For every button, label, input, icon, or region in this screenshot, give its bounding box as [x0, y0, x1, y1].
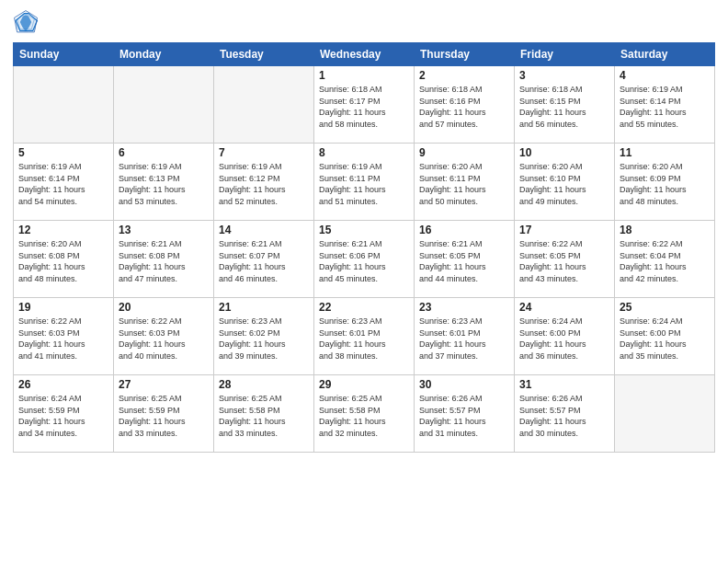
day-number: 21 [219, 301, 309, 314]
calendar-cell: 26Sunrise: 6:24 AM Sunset: 5:59 PM Dayli… [14, 375, 114, 453]
calendar-cell: 20Sunrise: 6:22 AM Sunset: 6:03 PM Dayli… [114, 298, 214, 375]
weekday-header-friday: Friday [515, 43, 615, 66]
calendar-cell: 31Sunrise: 6:26 AM Sunset: 5:57 PM Dayli… [515, 375, 615, 453]
day-number: 30 [419, 378, 509, 391]
day-info: Sunrise: 6:26 AM Sunset: 5:57 PM Dayligh… [519, 393, 609, 439]
calendar-cell: 23Sunrise: 6:23 AM Sunset: 6:01 PM Dayli… [415, 298, 515, 375]
calendar-cell: 22Sunrise: 6:23 AM Sunset: 6:01 PM Dayli… [314, 298, 415, 375]
calendar-cell: 21Sunrise: 6:23 AM Sunset: 6:02 PM Dayli… [214, 298, 314, 375]
day-info: Sunrise: 6:26 AM Sunset: 5:57 PM Dayligh… [419, 393, 509, 439]
day-info: Sunrise: 6:19 AM Sunset: 6:14 PM Dayligh… [18, 161, 108, 207]
day-info: Sunrise: 6:23 AM Sunset: 6:01 PM Dayligh… [419, 316, 509, 362]
calendar-cell: 7Sunrise: 6:19 AM Sunset: 6:12 PM Daylig… [214, 144, 314, 221]
day-number: 23 [419, 301, 509, 314]
calendar-cell [615, 375, 715, 453]
day-info: Sunrise: 6:24 AM Sunset: 6:00 PM Dayligh… [519, 316, 609, 362]
calendar-cell: 4Sunrise: 6:19 AM Sunset: 6:14 PM Daylig… [615, 66, 715, 144]
day-number: 26 [18, 378, 108, 391]
day-number: 1 [319, 69, 409, 82]
day-number: 11 [620, 146, 710, 159]
weekday-header-thursday: Thursday [415, 43, 515, 66]
calendar-cell: 19Sunrise: 6:22 AM Sunset: 6:03 PM Dayli… [14, 298, 114, 375]
day-number: 28 [219, 378, 309, 391]
calendar-table: SundayMondayTuesdayWednesdayThursdayFrid… [13, 42, 715, 453]
week-row-2: 5Sunrise: 6:19 AM Sunset: 6:14 PM Daylig… [14, 144, 715, 221]
day-info: Sunrise: 6:22 AM Sunset: 6:03 PM Dayligh… [119, 316, 209, 362]
day-info: Sunrise: 6:25 AM Sunset: 5:58 PM Dayligh… [219, 393, 309, 439]
day-number: 22 [319, 301, 409, 314]
weekday-header-monday: Monday [114, 43, 214, 66]
day-number: 2 [419, 69, 509, 82]
day-info: Sunrise: 6:24 AM Sunset: 6:00 PM Dayligh… [620, 316, 710, 362]
calendar-cell: 17Sunrise: 6:22 AM Sunset: 6:05 PM Dayli… [515, 221, 615, 298]
day-number: 15 [319, 224, 409, 236]
day-info: Sunrise: 6:23 AM Sunset: 6:01 PM Dayligh… [319, 316, 409, 362]
day-number: 4 [620, 69, 710, 82]
week-row-3: 12Sunrise: 6:20 AM Sunset: 6:08 PM Dayli… [14, 221, 715, 298]
calendar-cell: 6Sunrise: 6:19 AM Sunset: 6:13 PM Daylig… [114, 144, 214, 221]
day-number: 10 [519, 146, 609, 159]
logo-icon [13, 9, 39, 35]
day-number: 16 [419, 224, 509, 236]
day-info: Sunrise: 6:22 AM Sunset: 6:03 PM Dayligh… [18, 316, 108, 362]
day-number: 18 [620, 224, 710, 236]
day-info: Sunrise: 6:22 AM Sunset: 6:04 PM Dayligh… [620, 238, 710, 284]
day-info: Sunrise: 6:18 AM Sunset: 6:17 PM Dayligh… [319, 84, 409, 130]
page: SundayMondayTuesdayWednesdayThursdayFrid… [0, 0, 728, 563]
day-number: 5 [18, 146, 108, 159]
weekday-header-row: SundayMondayTuesdayWednesdayThursdayFrid… [14, 43, 715, 66]
header [13, 9, 715, 35]
day-number: 19 [18, 301, 108, 314]
calendar-cell: 16Sunrise: 6:21 AM Sunset: 6:05 PM Dayli… [415, 221, 515, 298]
calendar-cell: 15Sunrise: 6:21 AM Sunset: 6:06 PM Dayli… [314, 221, 415, 298]
calendar-cell: 18Sunrise: 6:22 AM Sunset: 6:04 PM Dayli… [615, 221, 715, 298]
calendar-cell: 3Sunrise: 6:18 AM Sunset: 6:15 PM Daylig… [515, 66, 615, 144]
day-info: Sunrise: 6:18 AM Sunset: 6:15 PM Dayligh… [519, 84, 609, 130]
calendar-cell: 8Sunrise: 6:19 AM Sunset: 6:11 PM Daylig… [314, 144, 415, 221]
weekday-header-wednesday: Wednesday [314, 43, 415, 66]
weekday-header-saturday: Saturday [615, 43, 715, 66]
calendar-cell [14, 66, 114, 144]
day-number: 31 [519, 378, 609, 391]
calendar-cell: 5Sunrise: 6:19 AM Sunset: 6:14 PM Daylig… [14, 144, 114, 221]
calendar-cell [214, 66, 314, 144]
weekday-header-tuesday: Tuesday [214, 43, 314, 66]
calendar-cell [114, 66, 214, 144]
calendar-cell: 28Sunrise: 6:25 AM Sunset: 5:58 PM Dayli… [214, 375, 314, 453]
day-number: 13 [119, 224, 209, 236]
day-info: Sunrise: 6:25 AM Sunset: 5:58 PM Dayligh… [319, 393, 409, 439]
calendar-cell: 24Sunrise: 6:24 AM Sunset: 6:00 PM Dayli… [515, 298, 615, 375]
day-number: 14 [219, 224, 309, 236]
week-row-4: 19Sunrise: 6:22 AM Sunset: 6:03 PM Dayli… [14, 298, 715, 375]
day-info: Sunrise: 6:21 AM Sunset: 6:06 PM Dayligh… [319, 238, 409, 284]
week-row-1: 1Sunrise: 6:18 AM Sunset: 6:17 PM Daylig… [14, 66, 715, 144]
day-number: 24 [519, 301, 609, 314]
calendar-cell: 30Sunrise: 6:26 AM Sunset: 5:57 PM Dayli… [415, 375, 515, 453]
logo [13, 9, 42, 35]
day-info: Sunrise: 6:21 AM Sunset: 6:07 PM Dayligh… [219, 238, 309, 284]
day-info: Sunrise: 6:23 AM Sunset: 6:02 PM Dayligh… [219, 316, 309, 362]
day-info: Sunrise: 6:22 AM Sunset: 6:05 PM Dayligh… [519, 238, 609, 284]
day-info: Sunrise: 6:24 AM Sunset: 5:59 PM Dayligh… [18, 393, 108, 439]
day-number: 9 [419, 146, 509, 159]
calendar-cell: 1Sunrise: 6:18 AM Sunset: 6:17 PM Daylig… [314, 66, 415, 144]
day-info: Sunrise: 6:25 AM Sunset: 5:59 PM Dayligh… [119, 393, 209, 439]
calendar-cell: 9Sunrise: 6:20 AM Sunset: 6:11 PM Daylig… [415, 144, 515, 221]
calendar-cell: 25Sunrise: 6:24 AM Sunset: 6:00 PM Dayli… [615, 298, 715, 375]
calendar-cell: 2Sunrise: 6:18 AM Sunset: 6:16 PM Daylig… [415, 66, 515, 144]
calendar-cell: 10Sunrise: 6:20 AM Sunset: 6:10 PM Dayli… [515, 144, 615, 221]
day-info: Sunrise: 6:19 AM Sunset: 6:11 PM Dayligh… [319, 161, 409, 207]
day-info: Sunrise: 6:21 AM Sunset: 6:08 PM Dayligh… [119, 238, 209, 284]
day-info: Sunrise: 6:20 AM Sunset: 6:09 PM Dayligh… [620, 161, 710, 207]
day-number: 3 [519, 69, 609, 82]
day-info: Sunrise: 6:19 AM Sunset: 6:12 PM Dayligh… [219, 161, 309, 207]
day-number: 20 [119, 301, 209, 314]
calendar-cell: 27Sunrise: 6:25 AM Sunset: 5:59 PM Dayli… [114, 375, 214, 453]
day-number: 29 [319, 378, 409, 391]
day-info: Sunrise: 6:20 AM Sunset: 6:11 PM Dayligh… [419, 161, 509, 207]
day-number: 17 [519, 224, 609, 236]
day-number: 27 [119, 378, 209, 391]
day-info: Sunrise: 6:18 AM Sunset: 6:16 PM Dayligh… [419, 84, 509, 130]
calendar-cell: 29Sunrise: 6:25 AM Sunset: 5:58 PM Dayli… [314, 375, 415, 453]
week-row-5: 26Sunrise: 6:24 AM Sunset: 5:59 PM Dayli… [14, 375, 715, 453]
